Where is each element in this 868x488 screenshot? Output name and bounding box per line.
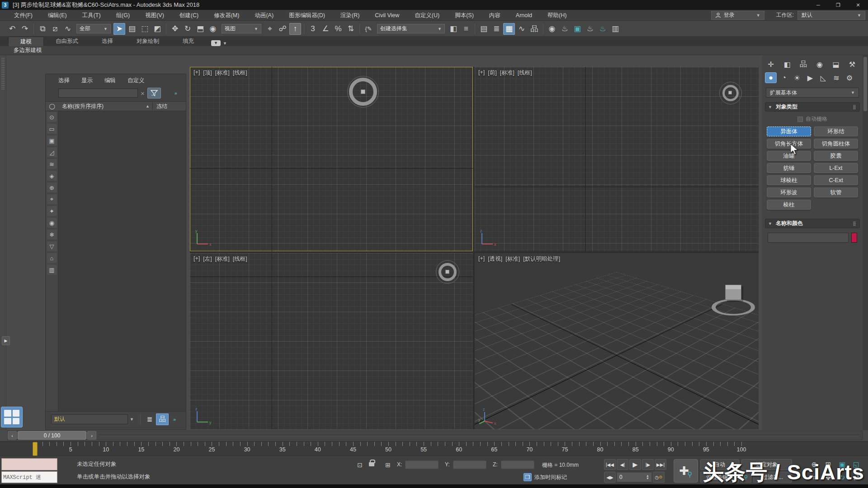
spacewarps-category-icon[interactable]: ≋: [830, 72, 842, 83]
object-type-button[interactable]: C-Ext: [814, 175, 858, 185]
time-slider-track[interactable]: [99, 435, 859, 436]
chevron-down-icon[interactable]: ▼: [130, 417, 134, 422]
viewport-label-segment[interactable]: [前]: [488, 69, 496, 77]
lights-category-icon[interactable]: ☀: [791, 72, 803, 83]
next-frame-button[interactable]: ›: [87, 431, 96, 440]
explorer-display-filter-icon[interactable]: ▽: [47, 241, 57, 251]
command-panel-tab-icon[interactable]: ✛: [765, 59, 777, 70]
y-coordinate-field[interactable]: [453, 460, 486, 469]
command-panel-scrollbar[interactable]: [863, 55, 868, 430]
explorer-menu-item[interactable]: 编辑: [104, 77, 116, 84]
viewport-label-segment[interactable]: [顶]: [203, 69, 212, 77]
selection-filter-dropdown[interactable]: 全部 ▼: [76, 24, 111, 33]
spinner-snap-toggle[interactable]: ⇅: [345, 23, 357, 35]
sort-ascending-icon[interactable]: ▲: [146, 104, 150, 108]
menu-item[interactable]: 内容: [481, 10, 508, 21]
polygon-modeling-panel[interactable]: 多边形建模: [14, 47, 42, 54]
absolute-offset-toggle[interactable]: ⊞: [383, 460, 392, 469]
command-panel-tab-icon[interactable]: ⚒: [846, 59, 858, 70]
viewport-label-segment[interactable]: [标准]: [215, 255, 230, 263]
geometry-category-icon[interactable]: ●: [765, 72, 777, 83]
viewport-front[interactable]: [+][前][标准][线框] z x: [475, 67, 759, 251]
go-to-end-button[interactable]: ▶▶|: [655, 459, 666, 470]
set-keys-big-button[interactable]: ✚ ⚲: [674, 459, 698, 483]
menu-item[interactable]: 文件(F): [6, 10, 40, 21]
viewport-label-segment[interactable]: [默认明暗处理]: [523, 255, 560, 263]
frame-spinner[interactable]: ▲▼: [646, 474, 649, 480]
angle-snap-toggle[interactable]: ∠: [320, 23, 331, 35]
unlink-selection-icon[interactable]: ⧄: [49, 23, 61, 35]
ribbon-tab[interactable]: 自由形式: [44, 37, 90, 46]
viewport-label-segment[interactable]: [线框]: [233, 69, 247, 77]
command-panel-tab-icon[interactable]: 品: [797, 59, 809, 70]
explorer-display-filter-icon[interactable]: ⊙: [47, 112, 57, 122]
layer-mode-button[interactable]: ≣: [143, 413, 156, 425]
menu-item[interactable]: Arnold: [508, 10, 540, 21]
object-type-button[interactable]: 切角圆柱体: [814, 139, 858, 149]
reference-coordinate-dropdown[interactable]: 视图 ▼: [222, 24, 261, 33]
explorer-display-filter-icon[interactable]: ≋: [47, 159, 57, 169]
open-gallery-button[interactable]: ▥: [609, 23, 621, 35]
menu-item[interactable]: 组(G): [108, 10, 138, 21]
render-setup-button[interactable]: ♨: [559, 23, 571, 35]
percent-snap-toggle[interactable]: %: [332, 23, 344, 35]
object-color-swatch[interactable]: [851, 233, 857, 243]
object-type-button[interactable]: 切角长方体: [767, 139, 811, 149]
ribbon-tab[interactable]: 填充: [171, 37, 206, 46]
explorer-display-filter-icon[interactable]: ⌂: [47, 253, 57, 263]
viewport-perspective[interactable]: [+][透视][标准][默认明暗处理] z x y: [475, 253, 759, 429]
play-button[interactable]: ▶: [629, 459, 641, 470]
named-selection-sets-dropdown[interactable]: 创建选择集 ▼: [377, 24, 445, 33]
dock-grip[interactable]: [1, 58, 5, 89]
snap-toggle-3d-button[interactable]: 3: [307, 23, 319, 35]
explorer-search-input[interactable]: [58, 89, 138, 98]
explorer-list-body[interactable]: ⊙▭▣◿≋◈⊕⌖✦◉❄▽⌂▥: [46, 111, 186, 411]
toggle-layer-explorer-button[interactable]: ≣: [491, 23, 502, 35]
selection-set-dropdown[interactable]: 默认: [51, 414, 128, 424]
geometry-type-dropdown[interactable]: 扩展基本体 ▼: [766, 88, 859, 98]
explorer-display-filter-icon[interactable]: ◉: [47, 218, 57, 228]
edit-named-selection-sets-button[interactable]: {✎: [363, 23, 374, 35]
close-button[interactable]: ✕: [848, 0, 868, 10]
add-time-tag-button[interactable]: ❒ 添加时间标记: [524, 473, 567, 481]
ribbon-tab[interactable]: 选择: [90, 37, 125, 46]
shapes-category-icon[interactable]: ◔: [778, 72, 790, 83]
menu-item[interactable]: 渲染(R): [333, 10, 367, 21]
time-configuration-button[interactable]: ◷⚙: [653, 472, 665, 483]
viewport-label-segment[interactable]: [标准]: [505, 255, 520, 263]
frozen-column-header[interactable]: 冻结: [152, 103, 186, 110]
object-type-button[interactable]: L-Ext: [814, 163, 858, 173]
previous-key-button[interactable]: ◀|: [617, 459, 628, 470]
object-type-button[interactable]: 软管: [814, 188, 858, 197]
use-pivot-center-button[interactable]: ⌖: [264, 23, 276, 35]
explorer-menu-item[interactable]: 自定义: [127, 77, 145, 84]
time-slider[interactable]: ‹ 0 / 100 ›: [7, 431, 863, 440]
render-in-cloud-button[interactable]: ♨: [597, 23, 609, 35]
viewport-left[interactable]: [+][左][标准][线框] z y: [190, 253, 473, 429]
cameras-category-icon[interactable]: ▶: [804, 72, 816, 83]
viewport-label-segment[interactable]: [透视]: [488, 255, 502, 263]
viewport-label-segment[interactable]: [标准]: [500, 69, 514, 77]
selection-lock-toggle[interactable]: [369, 462, 374, 466]
x-coordinate-field[interactable]: [405, 460, 439, 469]
go-to-start-button[interactable]: |◀◀: [604, 459, 616, 470]
menu-item[interactable]: 修改器(M): [206, 10, 247, 21]
ribbon-minimize-button[interactable]: ▼ ▼: [211, 40, 227, 46]
menu-item[interactable]: 自定义(U): [407, 10, 447, 21]
window-crossing-toggle[interactable]: ◩: [151, 23, 163, 35]
select-and-scale-button[interactable]: ⬒: [194, 23, 206, 35]
ribbon-tab[interactable]: 对象绘制: [125, 37, 171, 46]
maxscript-mini-listener-output[interactable]: [1, 458, 57, 470]
footer-overflow-chevron[interactable]: »: [173, 417, 175, 422]
hierarchy-mode-button[interactable]: 品: [156, 413, 169, 425]
explorer-display-filter-icon[interactable]: ✦: [47, 206, 57, 216]
workspace-dropdown[interactable]: 默认 ▼: [797, 11, 865, 20]
explorer-display-filter-icon[interactable]: ▥: [47, 265, 57, 275]
previous-frame-button[interactable]: ‹: [8, 431, 17, 440]
viewport-layout-tab-button[interactable]: [1, 407, 23, 427]
rendered-frame-window-button[interactable]: ▣: [571, 23, 583, 35]
explorer-overflow-chevron[interactable]: »: [175, 90, 177, 96]
curve-editor-button[interactable]: ∿: [516, 23, 528, 35]
object-type-button[interactable]: 球棱柱: [767, 175, 811, 185]
select-and-place-button[interactable]: ◉: [207, 23, 219, 35]
